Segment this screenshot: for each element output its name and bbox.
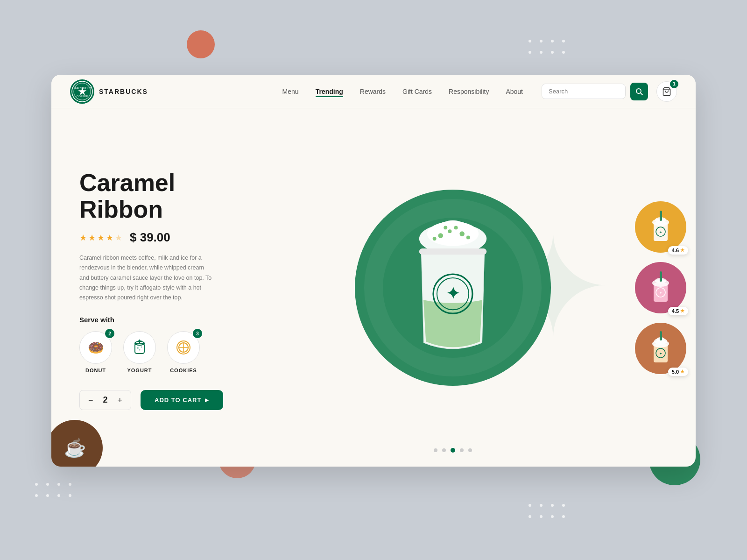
svg-point-22 [435,220,472,238]
center-area: ✦ [275,108,630,467]
logo-area: ★ STARBUCKS COFFEE STARBUCKS [70,79,148,104]
svg-point-26 [459,231,465,236]
nav-link-about[interactable]: About [506,88,523,95]
svg-point-25 [448,229,452,233]
related-drink-3: ✦ [644,327,677,369]
carousel-dot-2[interactable] [442,448,446,452]
related-rating-1: 4.6 ★ [668,246,688,255]
svg-point-30 [466,235,470,239]
svg-rect-19 [456,196,461,245]
related-score-2: 4.5 [672,308,679,314]
nav-item-rewards[interactable]: Rewards [360,87,386,96]
nav-item-menu[interactable]: Menu [282,87,299,96]
svg-point-29 [433,237,437,241]
nav-link-trending[interactable]: Trending [316,88,343,95]
nav-item-about[interactable]: About [506,87,523,96]
svg-point-12 [137,347,139,349]
yogurt-icon-wrap [123,331,156,364]
yogurt-label: YOGURT [127,368,152,373]
star-rating: ★ ★ ★ ★ ★ [79,233,122,243]
product-description: Caramel ribbon meets coffee, milk and ic… [79,253,215,303]
search-input-wrap [542,84,626,99]
related-star-3: ★ [680,369,684,374]
rating-price: ★ ★ ★ ★ ★ $ 39.00 [79,230,252,245]
dot-grid-top-right [529,40,565,54]
nav-link-giftcards[interactable]: Gift Cards [402,88,432,95]
star-1: ★ [79,233,87,243]
svg-text:COFFEE: COFFEE [77,95,88,98]
cookies-svg-icon [175,339,192,356]
svg-point-28 [444,226,447,229]
svg-rect-34 [419,248,486,255]
svg-line-6 [641,93,642,95]
cart-badge: 1 [670,80,678,88]
carousel-dots [434,448,472,453]
nav-item-trending[interactable]: Trending [316,87,343,96]
quantity-decrease-button[interactable]: − [88,396,93,404]
product-image: ✦ [355,190,551,386]
svg-text:✦: ✦ [446,284,459,302]
svg-point-23 [442,220,464,232]
cookies-badge: 3 [193,329,202,338]
bg-circle-1 [187,30,215,58]
related-star-1: ★ [680,248,684,253]
product-price: $ 39.00 [130,230,170,245]
right-panel: ✦ 4.6 ★ ✦ [630,108,696,467]
related-circle-3: ✦ [635,323,686,374]
product-title: Caramel Ribbon [79,170,252,223]
svg-point-27 [454,226,458,229]
nav-item-responsibility[interactable]: Responsibility [449,87,489,96]
related-score-1: 4.6 [672,248,679,253]
related-item-3[interactable]: ✦ 5.0 ★ [635,323,686,374]
svg-point-31 [433,274,472,313]
svg-point-14 [139,349,141,351]
donut-icon-wrap: 🍩 2 [79,331,112,364]
related-score-3: 5.0 [672,369,679,375]
search-input[interactable] [549,88,619,95]
search-button[interactable] [630,83,648,100]
brand-name: STARBUCKS [99,88,148,95]
carousel-dot-3[interactable] [451,448,455,453]
related-drink-2: ✦ [644,267,677,309]
svg-text:✦: ✦ [659,291,662,295]
related-item-1[interactable]: ✦ 4.6 ★ [635,201,686,253]
nav-link-rewards[interactable]: Rewards [360,88,386,95]
nav-item-giftcards[interactable]: Gift Cards [402,87,432,96]
dot-grid-bottom-left [35,483,71,497]
serve-item-donut: 🍩 2 DONUT [79,331,112,373]
serve-with-label: Serve with [79,316,252,324]
svg-point-13 [141,347,142,348]
nav-link-responsibility[interactable]: Responsibility [449,88,489,95]
svg-text:✦: ✦ [659,352,662,356]
related-item-2[interactable]: ✦ 4.5 ★ [635,262,686,313]
search-area: 1 [542,81,677,102]
carousel-dot-5[interactable] [468,448,472,452]
carousel-dot-1[interactable] [434,448,437,452]
product-circle: ✦ [355,190,551,386]
cart-button[interactable]: 1 [656,81,677,102]
serve-items: 🍩 2 DONUT [79,331,252,373]
svg-text:✦: ✦ [659,230,662,234]
yogurt-svg-icon [132,339,147,356]
carousel-dot-4[interactable] [460,448,464,452]
cookies-label: COOKIES [170,368,197,373]
add-to-cart-button[interactable]: ADD TO CART [141,390,223,410]
logo-icon: ★ STARBUCKS COFFEE [70,79,94,104]
svg-rect-51 [660,331,662,340]
nav-link-menu[interactable]: Menu [282,88,299,95]
donut-badge: 2 [105,329,114,338]
serve-item-yogurt: YOGURT [123,331,156,373]
cart-icon [662,87,671,96]
dot-grid-bottom-right [529,504,565,518]
related-rating-3: 5.0 ★ [668,368,688,376]
search-icon [635,88,643,95]
left-panel: Caramel Ribbon ★ ★ ★ ★ ★ $ 39.00 Caramel… [51,108,275,467]
svg-point-21 [427,221,479,246]
quantity-increase-button[interactable]: + [118,396,123,404]
content-area: ✦ Caramel Ribbon ★ ★ ★ ★ ★ $ 39.00 Caram… [51,108,696,467]
navbar: ★ STARBUCKS COFFEE STARBUCKS Menu Trendi… [51,75,696,108]
svg-text:STARBUCKS: STARBUCKS [72,86,92,90]
related-drink-1: ✦ [644,206,677,248]
svg-point-20 [419,223,486,254]
related-circle-2: ✦ [635,262,686,313]
